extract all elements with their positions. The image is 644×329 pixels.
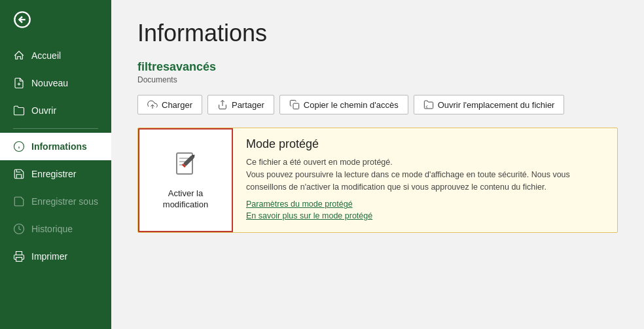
partager-label: Partager (232, 100, 264, 110)
upload-icon (147, 99, 158, 110)
protected-mode-title: Mode protégé (246, 137, 604, 151)
partager-button[interactable]: Partager (207, 95, 274, 114)
print-icon (13, 251, 25, 262)
sidebar-item-ouvrir[interactable]: Ouvrir (0, 97, 111, 124)
activate-label: Activer la modification (163, 188, 208, 211)
svg-rect-8 (16, 258, 22, 262)
protected-mode-icon (170, 150, 202, 182)
sidebar-item-informations[interactable]: Informations (0, 133, 111, 160)
sidebar-item-nouveau[interactable]: Nouveau (0, 69, 111, 97)
sidebar-item-enregistrer-sous: Enregistrer sous (0, 188, 111, 215)
protected-mode-section: Activer la modification Mode protégé Ce … (137, 128, 618, 233)
action-buttons-row: Charger Partager Copier le chemin d'accè… (137, 95, 618, 114)
sidebar-divider (13, 128, 98, 129)
sidebar-item-enregistrer[interactable]: Enregistrer (0, 160, 111, 188)
sidebar-label-accueil: Accueil (31, 50, 61, 61)
sidebar-label-informations: Informations (31, 141, 87, 152)
history-icon (13, 223, 25, 235)
charger-label: Charger (162, 100, 192, 110)
protected-mode-desc: Ce fichier a été ouvert en mode protégé.… (246, 156, 604, 193)
sidebar-label-enregistrer: Enregistrer (31, 169, 76, 179)
sidebar-item-historique: Historique (0, 215, 111, 243)
info-icon (13, 141, 25, 152)
main-content: Informations filtresavancés Documents Ch… (111, 0, 644, 329)
copier-chemin-button[interactable]: Copier le chemin d'accès (279, 95, 408, 114)
svg-rect-11 (293, 103, 299, 109)
back-icon (13, 10, 31, 29)
sidebar-label-nouveau: Nouveau (31, 78, 68, 88)
sidebar-label-historique: Historique (31, 224, 73, 234)
ouvrir-emplacement-label: Ouvrir l'emplacement du fichier (438, 100, 555, 110)
sidebar-label-enregistrer-sous: Enregistrer sous (31, 196, 98, 207)
copier-chemin-label: Copier le chemin d'accès (304, 100, 399, 110)
copy-icon (289, 99, 300, 110)
sidebar-nav: Accueil Nouveau Ouvrir (0, 42, 111, 329)
protected-mode-settings-link[interactable]: Paramètres du mode protégé (246, 199, 604, 209)
protected-mode-text: Mode protégé Ce fichier a été ouvert en … (233, 128, 617, 232)
ouvrir-emplacement-button[interactable]: Ouvrir l'emplacement du fichier (414, 95, 565, 114)
activate-editing-button[interactable]: Activer la modification (138, 128, 233, 232)
file-name: filtresavancés (137, 60, 618, 74)
file-location: Documents (137, 75, 618, 84)
sidebar-item-imprimer[interactable]: Imprimer (0, 243, 111, 270)
file-new-icon (13, 77, 25, 89)
charger-button[interactable]: Charger (137, 95, 202, 114)
home-icon (13, 50, 25, 61)
sidebar-label-imprimer: Imprimer (31, 251, 67, 262)
save-icon (13, 168, 25, 180)
sidebar-item-accueil[interactable]: Accueil (0, 42, 111, 69)
share-icon (217, 99, 228, 110)
protected-mode-learn-link[interactable]: En savoir plus sur le mode protégé (246, 211, 604, 220)
folder-icon (13, 105, 25, 116)
page-title: Informations (137, 20, 618, 47)
back-button[interactable] (0, 0, 111, 42)
sidebar-label-ouvrir: Ouvrir (31, 105, 56, 116)
folder-open-icon (423, 99, 434, 110)
sidebar: Accueil Nouveau Ouvrir (0, 0, 111, 329)
save-as-icon (13, 196, 25, 207)
